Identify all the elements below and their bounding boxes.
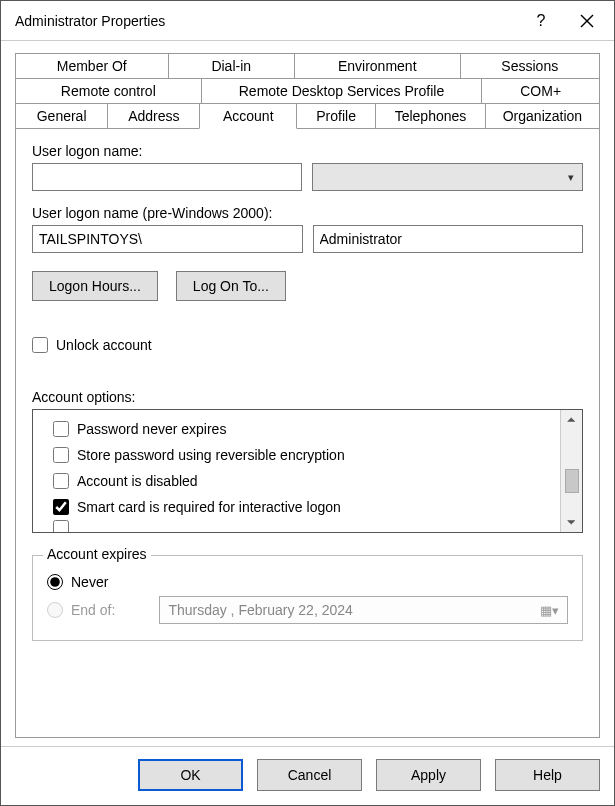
upn-suffix-combo[interactable]: ▾ <box>312 163 584 191</box>
dialog-footer: OK Cancel Apply Help <box>1 746 614 805</box>
logon-name-input[interactable] <box>32 163 302 191</box>
samaccountname-input[interactable] <box>313 225 584 253</box>
tab-panel-account: User logon name: ▾ User logon name (pre-… <box>15 129 600 738</box>
option-password-never-expires-checkbox[interactable] <box>53 421 69 437</box>
account-options-label: Account options: <box>32 389 583 405</box>
expires-endof-label: End of: <box>71 602 115 618</box>
option-row <box>53 520 556 532</box>
account-expires-group: Account expires Never End of: Thursday ,… <box>32 555 583 641</box>
tab-com-plus[interactable]: COM+ <box>481 78 600 104</box>
chevron-down-icon: ▾ <box>568 171 574 184</box>
titlebar: Administrator Properties ? <box>1 1 614 41</box>
unlock-account-checkbox-row: Unlock account <box>32 337 583 353</box>
tab-general[interactable]: General <box>15 103 108 129</box>
option-smart-card-required-checkbox[interactable] <box>53 499 69 515</box>
option-row: Store password using reversible encrypti… <box>53 442 556 468</box>
expires-date-picker[interactable]: Thursday , February 22, 2024 ▦▾ <box>159 596 568 624</box>
tab-strip: Member Of Dial-in Environment Sessions R… <box>15 53 600 129</box>
tab-rds-profile[interactable]: Remote Desktop Services Profile <box>201 78 483 104</box>
expires-date-text: Thursday , February 22, 2024 <box>168 602 352 618</box>
cancel-button[interactable]: Cancel <box>257 759 362 791</box>
expires-never-label: Never <box>71 574 108 590</box>
option-row: Password never expires <box>53 416 556 442</box>
option-reversible-encryption-checkbox[interactable] <box>53 447 69 463</box>
option-account-disabled-checkbox[interactable] <box>53 473 69 489</box>
tab-account[interactable]: Account <box>199 103 297 129</box>
tab-organization[interactable]: Organization <box>485 103 600 129</box>
calendar-icon: ▦▾ <box>540 603 559 618</box>
scroll-thumb[interactable] <box>565 469 579 493</box>
scroll-up-icon: ⏶ <box>566 414 577 425</box>
help-footer-button[interactable]: Help <box>495 759 600 791</box>
close-button[interactable] <box>564 5 610 37</box>
tab-remote-control[interactable]: Remote control <box>15 78 202 104</box>
tab-profile[interactable]: Profile <box>296 103 376 129</box>
option-label: Password never expires <box>77 421 226 437</box>
scroll-down-icon: ⏷ <box>566 517 577 528</box>
option-row: Account is disabled <box>53 468 556 494</box>
unlock-account-label: Unlock account <box>56 337 152 353</box>
unlock-account-checkbox[interactable] <box>32 337 48 353</box>
close-icon <box>580 14 594 28</box>
window-title: Administrator Properties <box>15 13 518 29</box>
dialog-content: Member Of Dial-in Environment Sessions R… <box>1 41 614 746</box>
expires-never-radio[interactable] <box>47 574 63 590</box>
account-expires-legend: Account expires <box>43 546 151 562</box>
option-row: Smart card is required for interactive l… <box>53 494 556 520</box>
option-hidden-checkbox[interactable] <box>53 520 69 532</box>
domain-input[interactable] <box>32 225 303 253</box>
tab-member-of[interactable]: Member Of <box>15 53 169 79</box>
tab-address[interactable]: Address <box>107 103 200 129</box>
logon-name-label: User logon name: <box>32 143 583 159</box>
options-scrollbar[interactable]: ⏶ ⏷ <box>560 410 582 532</box>
expires-endof-radio[interactable] <box>47 602 63 618</box>
tab-dial-in[interactable]: Dial-in <box>168 53 295 79</box>
option-label: Smart card is required for interactive l… <box>77 499 341 515</box>
help-button[interactable]: ? <box>518 5 564 37</box>
option-label: Account is disabled <box>77 473 198 489</box>
apply-button[interactable]: Apply <box>376 759 481 791</box>
logon-hours-button[interactable]: Logon Hours... <box>32 271 158 301</box>
tab-telephones[interactable]: Telephones <box>375 103 486 129</box>
tab-sessions[interactable]: Sessions <box>460 53 600 79</box>
tab-environment[interactable]: Environment <box>294 53 461 79</box>
logon-to-button[interactable]: Log On To... <box>176 271 286 301</box>
account-options-list: Password never expires Store password us… <box>32 409 583 533</box>
ok-button[interactable]: OK <box>138 759 243 791</box>
dialog-window: Administrator Properties ? Member Of Dia… <box>0 0 615 806</box>
logon-name-pre2000-label: User logon name (pre-Windows 2000): <box>32 205 583 221</box>
option-label: Store password using reversible encrypti… <box>77 447 345 463</box>
